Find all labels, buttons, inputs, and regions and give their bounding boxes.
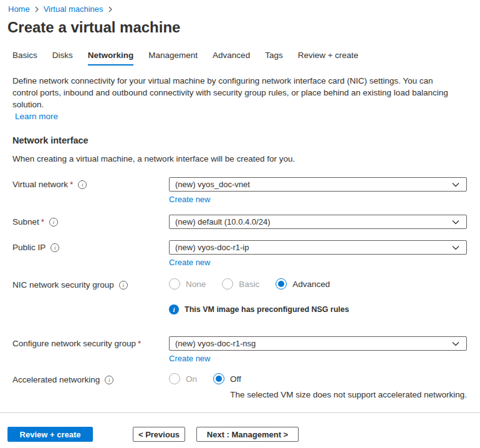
chevron-right-icon [34,6,39,12]
tab-review-create[interactable]: Review + create [298,51,358,66]
radio-on: On [169,373,197,384]
radio-label: Basic [239,280,259,289]
page-title: Create a virtual machine [7,19,480,36]
radio-label: Advanced [292,280,330,289]
radio-circle-icon [276,278,287,290]
field-label-text: Accelerated networking [12,375,100,384]
subnet-select[interactable]: (new) default (10.0.4.0/24) [169,215,467,229]
review-create-button[interactable]: Review + create [7,427,93,442]
info-icon[interactable]: i [119,281,128,290]
virtual-network-control: (new) vyos_doc-vnet Create new [169,177,467,204]
breadcrumb: Home Virtual machines [0,0,480,14]
configure-nsg-value: (new) vyos-doc-r1-nsg [175,339,256,348]
radio-basic: Basic [222,278,259,290]
radio-advanced[interactable]: Advanced [276,278,330,290]
field-row-configure-nsg: Configure network security group * (new)… [0,336,480,363]
page-content: Home Virtual machines Create a virtual m… [0,0,480,412]
network-interface-subtext: When creating a virtual machine, a netwo… [12,154,480,163]
intro-text: Define network connectivity for your vir… [12,75,459,110]
radio-label: Off [230,374,241,384]
field-row-virtual-network: Virtual network * i (new) vyos_doc-vnet … [0,177,480,204]
configure-nsg-create-new-link[interactable]: Create new [169,354,210,363]
field-row-accelerated-networking: Accelerated networking i On Off [0,373,480,384]
breadcrumb-link-virtual-machines[interactable]: Virtual machines [44,4,103,14]
public-ip-value: (new) vyos-doc-r1-ip [175,243,249,252]
radio-circle-icon [169,373,180,384]
radio-none: None [169,278,206,290]
field-label-text: NIC network security group [12,280,114,290]
field-label-text: Virtual network [12,180,68,189]
field-label-text: Configure network security group [12,339,136,348]
virtual-network-select[interactable]: (new) vyos_doc-vnet [169,177,467,192]
accelerated-networking-note: The selected VM size does not support ac… [12,390,467,399]
accelerated-networking-label: Accelerated networking i [12,373,169,384]
info-icon[interactable]: i [78,180,87,189]
footer-bar: Review + create < Previous Next : Manage… [0,412,480,448]
required-marker: * [41,217,44,226]
chevron-down-icon [451,219,460,225]
tab-basics[interactable]: Basics [12,51,37,66]
configure-nsg-select[interactable]: (new) vyos-doc-r1-nsg [169,336,467,351]
radio-circle-icon [213,373,224,384]
nic-nsg-control: None Basic Advanced [169,278,467,290]
configure-nsg-label: Configure network security group * [12,336,169,348]
nic-nsg-label: NIC network security group i [12,278,169,290]
subnet-value: (new) default (10.0.4.0/24) [175,217,270,226]
virtual-network-value: (new) vyos_doc-vnet [175,180,250,189]
subnet-label: Subnet * i [12,215,169,226]
field-row-public-ip: Public IP i (new) vyos-doc-r1-ip Create … [0,240,480,267]
previous-button[interactable]: < Previous [133,427,185,442]
radio-circle-icon [169,278,180,290]
nsg-info-note-text: This VM image has preconfigured NSG rule… [185,305,349,314]
chevron-down-icon [451,341,460,347]
tab-networking[interactable]: Networking [88,51,134,66]
public-ip-label: Public IP i [12,240,169,252]
public-ip-control: (new) vyos-doc-r1-ip Create new [169,240,467,267]
virtual-network-label: Virtual network * i [12,177,169,189]
field-label-text: Subnet [12,217,39,226]
subnet-control: (new) default (10.0.4.0/24) [169,215,467,229]
radio-label: On [186,374,197,384]
radio-circle-icon [222,278,233,290]
tab-advanced[interactable]: Advanced [213,51,250,66]
breadcrumb-link-home[interactable]: Home [8,4,30,14]
chevron-down-icon [451,182,460,188]
required-marker: * [138,339,141,348]
info-filled-icon: i [169,304,179,314]
learn-more-link[interactable]: Learn more [15,112,58,121]
info-icon[interactable]: i [49,218,58,226]
tab-management[interactable]: Management [148,51,198,66]
field-row-nic-nsg: NIC network security group i None Basic … [0,278,480,290]
nic-nsg-radio-group: None Basic Advanced [169,278,467,290]
accelerated-networking-control: On Off [169,373,467,384]
info-icon[interactable]: i [50,243,59,252]
nsg-info-note: i This VM image has preconfigured NSG ru… [169,304,480,314]
virtual-network-create-new-link[interactable]: Create new [169,195,210,204]
configure-nsg-control: (new) vyos-doc-r1-nsg Create new [169,336,467,363]
info-icon[interactable]: i [105,376,113,384]
tab-tags[interactable]: Tags [265,51,283,66]
public-ip-select[interactable]: (new) vyos-doc-r1-ip [169,240,467,255]
tab-disks[interactable]: Disks [52,51,73,66]
network-interface-heading: Network interface [12,135,480,145]
chevron-down-icon [451,245,460,251]
tab-bar: Basics Disks Networking Management Advan… [12,51,480,66]
chevron-right-icon [108,6,113,12]
public-ip-create-new-link[interactable]: Create new [169,258,210,267]
radio-label: None [186,280,206,289]
field-label-text: Public IP [12,243,46,252]
next-management-button[interactable]: Next : Management > [196,427,299,442]
field-row-subnet: Subnet * i (new) default (10.0.4.0/24) [0,215,480,229]
required-marker: * [70,180,73,189]
radio-off[interactable]: Off [213,373,241,384]
accelerated-networking-radio-group: On Off [169,373,467,384]
